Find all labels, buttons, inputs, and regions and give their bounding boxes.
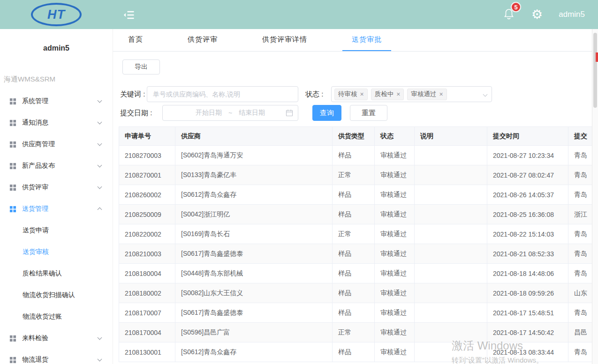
tag-close-icon[interactable]: ×	[439, 90, 443, 98]
table-cell: 审核通过	[375, 303, 415, 323]
tag-close-icon[interactable]: ×	[396, 90, 400, 98]
table-cell: 2108270001	[119, 165, 175, 185]
table-cell: [S0448]青岛东部机械	[175, 264, 333, 283]
table-cell: 审核通过	[375, 342, 415, 362]
table-cell	[415, 146, 487, 165]
table-row[interactable]: 2108220002[S0169]青岛长石正常审核通过2021-08-22 15…	[119, 224, 592, 244]
table-cell: 2108250009	[119, 205, 175, 224]
table-row[interactable]: 2108250009[S0042]浙江明亿样品审核通过2021-08-25 16…	[119, 205, 592, 224]
sidebar-item-5[interactable]: 送货管理	[0, 198, 113, 220]
status-tag-2[interactable]: 审核通过×	[407, 89, 447, 100]
chevron-down-icon	[98, 141, 102, 146]
menu-item-label: 送货审核	[23, 248, 49, 256]
sidebar-item-11[interactable]: 来料检验	[0, 327, 113, 349]
table-cell: 样品	[333, 283, 375, 303]
table-cell	[415, 342, 487, 362]
table-cell: 样品	[333, 342, 375, 362]
status-tag-1[interactable]: 质检中×	[371, 89, 404, 100]
grid-icon	[9, 163, 16, 170]
table-cell	[415, 303, 487, 323]
table-cell: 2021-08-17 14:50:42	[487, 323, 568, 342]
tab-2[interactable]: 供货评审详情	[253, 29, 317, 51]
submit-date-label: 提交日期 :	[120, 105, 152, 121]
table-row[interactable]: 2108130001[S0612]青岛众鑫存样品审核通过2021-08-13 0…	[119, 342, 592, 362]
settings-gear-icon[interactable]: ⚙	[531, 8, 543, 21]
tag-close-icon[interactable]: ×	[360, 90, 364, 98]
table-cell: 2108170007	[119, 303, 175, 323]
table-cell: 2108170004	[119, 323, 175, 342]
table-cell: 山东	[568, 283, 592, 303]
menu-item-label: 物流退货	[22, 356, 48, 364]
status-tag-0[interactable]: 待审核×	[334, 89, 368, 100]
current-user[interactable]: admin5	[559, 10, 585, 19]
table-header-cell: 说明	[415, 127, 487, 146]
tab-0[interactable]: 首页	[119, 29, 152, 51]
table-cell: [S0612]青岛众鑫存	[175, 185, 333, 205]
table-header-row: 申请单号供应商供货类型状态说明提交时间提交	[119, 127, 592, 146]
table-row[interactable]: 2108210003[S0617]青岛鑫盛德泰样品审核通过2021-08-21 …	[119, 244, 592, 264]
table-cell: 2108180002	[119, 283, 175, 303]
menu-item-label: 供货评审	[22, 183, 48, 192]
search-button[interactable]: 查询	[312, 105, 341, 121]
menu-item-label: 供应商管理	[22, 140, 55, 149]
scrollbar-marker	[596, 52, 598, 62]
table-cell: 正常	[333, 323, 375, 342]
tab-bar: 首页供货评审供货评审详情送货审批	[113, 29, 592, 52]
submenu-item-9[interactable]: 物流收货扫描确认	[0, 284, 113, 306]
reset-button[interactable]: 重置	[350, 105, 387, 121]
tab-1[interactable]: 供货评审	[178, 29, 227, 51]
table-header-cell: 状态	[375, 127, 415, 146]
submenu-item-8[interactable]: 质检结果确认	[0, 263, 113, 284]
table-cell: 样品	[333, 303, 375, 323]
sidebar-item-4[interactable]: 供货评审	[0, 177, 113, 198]
table-row[interactable]: 2108170004[S0596]昌邑广富正常审核通过2021-08-17 14…	[119, 323, 592, 342]
chevron-down-icon	[98, 163, 102, 168]
table-cell: 审核通过	[375, 264, 415, 283]
table-cell: 2021-08-17 15:48:51	[487, 303, 568, 323]
status-select[interactable]: 待审核×质检中×审核通过×	[331, 86, 492, 102]
table-row[interactable]: 2108170007[S0617]青岛鑫盛德泰样品审核通过2021-08-17 …	[119, 303, 592, 323]
submenu-item-10[interactable]: 物流收货过账	[0, 306, 113, 327]
submenu-item-7[interactable]: 送货审核	[0, 241, 113, 263]
sidebar-item-2[interactable]: 供应商管理	[0, 134, 113, 155]
sidebar-item-3[interactable]: 新产品发布	[0, 155, 113, 177]
date-range-picker[interactable]: 开始日期 ~ 结束日期	[162, 105, 298, 121]
chevron-down-icon	[98, 120, 102, 125]
table-row[interactable]: 2108270001[S0133]青岛豪亿丰正常审核通过2021-08-27 0…	[119, 165, 592, 185]
table-cell: 浙江	[568, 205, 592, 224]
grid-icon	[9, 206, 16, 213]
table-row[interactable]: 2108260002[S0612]青岛众鑫存样品审核通过2021-08-26 1…	[119, 185, 592, 205]
table-cell: 2108260002	[119, 185, 175, 205]
delivery-approval-table: 申请单号供应商供货类型状态说明提交时间提交2108270003[S0602]青岛…	[119, 126, 592, 362]
table-cell: [S0617]青岛鑫盛德泰	[175, 244, 333, 264]
table-cell: 青岛	[568, 146, 592, 165]
notification-bell-icon[interactable]: 5	[503, 7, 515, 22]
table-row[interactable]: 2108180004[S0448]青岛东部机械样品审核通过2021-08-18 …	[119, 264, 592, 283]
table-cell: [S0082]山东大王信义	[175, 283, 333, 303]
menu-item-label: 来料检验	[22, 334, 48, 342]
chevron-down-icon	[98, 98, 102, 103]
tab-3[interactable]: 送货审批	[342, 29, 391, 51]
table-cell	[415, 165, 487, 185]
table-cell: [S0042]浙江明亿	[175, 205, 333, 224]
export-button[interactable]: 导出	[122, 59, 160, 74]
sidebar-item-0[interactable]: 系统管理	[0, 90, 113, 112]
table-cell: 青岛	[568, 244, 592, 264]
keyword-input[interactable]	[147, 86, 298, 102]
table-cell: 青岛	[568, 224, 592, 244]
table-cell: 青岛	[568, 165, 592, 185]
sidebar-item-12[interactable]: 物流退货	[0, 349, 113, 364]
table-row[interactable]: 2108270003[S0602]青岛海通万安样品审核通过2021-08-27 …	[119, 146, 592, 165]
table-cell: [S0602]青岛海通万安	[175, 146, 333, 165]
scrollbar-thumb[interactable]	[593, 33, 597, 108]
table-cell: 2021-08-27 10:23:34	[487, 146, 568, 165]
submenu-item-6[interactable]: 送货申请	[0, 220, 113, 241]
table-cell: 2108180004	[119, 264, 175, 283]
notification-badge: 5	[511, 2, 521, 12]
vertical-scrollbar[interactable]	[592, 29, 598, 364]
table-row[interactable]: 2108180002[S0082]山东大王信义样品审核通过2021-08-18 …	[119, 283, 592, 303]
grid-icon	[9, 119, 16, 126]
sidebar-item-1[interactable]: 通知消息	[0, 112, 113, 134]
status-label: 状态 :	[305, 86, 323, 102]
menu-fold-icon[interactable]	[122, 8, 136, 22]
